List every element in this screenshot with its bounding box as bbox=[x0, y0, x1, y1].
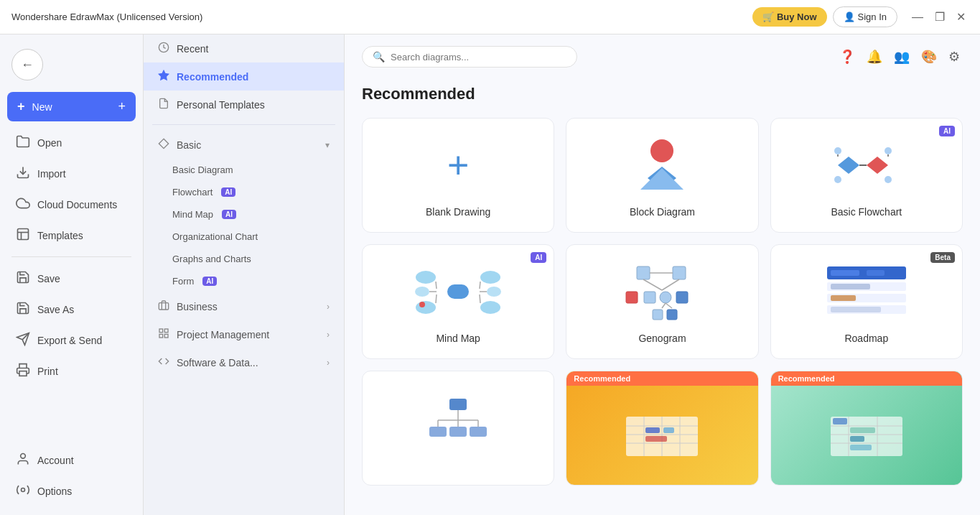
svg-rect-90 bbox=[850, 427, 875, 433]
buy-now-button[interactable]: 🛒 Buy Now bbox=[752, 7, 827, 27]
svg-rect-91 bbox=[850, 436, 864, 442]
svg-rect-13 bbox=[164, 329, 168, 333]
sidebar-item-open[interactable]: Open bbox=[4, 127, 139, 158]
back-button[interactable]: ← bbox=[11, 49, 43, 80]
svg-rect-51 bbox=[653, 310, 663, 320]
svg-point-47 bbox=[660, 292, 671, 303]
sidebar-item-templates[interactable]: Templates bbox=[4, 220, 139, 251]
search-icon: 🔍 bbox=[373, 51, 385, 62]
sub-item-basic-diagram[interactable]: Basic Diagram bbox=[158, 159, 344, 181]
export-icon bbox=[16, 332, 30, 348]
card-roadmap[interactable]: Beta bbox=[770, 244, 963, 359]
search-bar[interactable]: 🔍 bbox=[362, 46, 577, 68]
users-icon[interactable]: 👥 bbox=[891, 46, 913, 68]
card-visual bbox=[377, 259, 539, 324]
star-icon bbox=[158, 70, 169, 83]
sidebar-item-cloud[interactable]: Cloud Documents bbox=[4, 189, 139, 220]
sidebar-item-print[interactable]: Print bbox=[4, 356, 139, 386]
card-rec2[interactable]: Recommended bbox=[770, 371, 963, 486]
notification-icon[interactable]: 🔔 bbox=[864, 46, 885, 68]
sub-item-label: Form bbox=[172, 276, 194, 287]
mid-section-business[interactable]: Business › bbox=[144, 292, 344, 320]
svg-rect-81 bbox=[663, 427, 674, 433]
sidebar-item-options[interactable]: Options bbox=[4, 475, 139, 506]
diamond-icon bbox=[158, 138, 169, 152]
sub-item-orgchart[interactable]: Organizational Chart bbox=[158, 226, 344, 248]
sidebar-item-save[interactable]: Save bbox=[4, 263, 139, 294]
card-mindmap[interactable]: AI bbox=[362, 244, 554, 359]
sub-item-flowchart[interactable]: Flowchart AI bbox=[158, 181, 344, 203]
svg-rect-52 bbox=[667, 310, 677, 320]
cards-grid: + Blank Drawing bbox=[362, 118, 963, 486]
sidebar-item-import[interactable]: Import bbox=[4, 158, 139, 189]
recommended-badge: Recommended bbox=[566, 371, 757, 386]
sub-item-label: Flowchart bbox=[172, 187, 213, 198]
mid-section-software[interactable]: Software & Data... › bbox=[144, 348, 344, 376]
mid-item-label: Personal Templates bbox=[177, 99, 265, 111]
maximize-button[interactable]: ❐ bbox=[932, 10, 948, 24]
svg-rect-45 bbox=[626, 292, 638, 303]
card-flowchart[interactable]: AI bbox=[770, 118, 963, 233]
card-label: Genogram bbox=[638, 333, 686, 344]
svg-line-30 bbox=[436, 282, 437, 289]
svg-rect-92 bbox=[850, 445, 872, 450]
mid-section-basic[interactable]: Basic ▾ bbox=[144, 131, 344, 159]
svg-rect-59 bbox=[831, 284, 870, 289]
saveas-icon bbox=[16, 301, 30, 317]
svg-marker-9 bbox=[159, 70, 168, 80]
toolbar-icons: ❓ 🔔 👥 🎨 ⚙ bbox=[836, 46, 963, 68]
sub-item-graphs[interactable]: Graphs and Charts bbox=[158, 248, 344, 270]
settings-icon[interactable]: ⚙ bbox=[946, 46, 963, 68]
card-blank[interactable]: + Blank Drawing bbox=[362, 118, 554, 233]
card-orgchart2[interactable] bbox=[362, 371, 554, 486]
card-block[interactable]: Block Diagram bbox=[566, 118, 758, 233]
svg-point-37 bbox=[487, 287, 501, 297]
svg-rect-15 bbox=[159, 334, 163, 338]
mid-item-recent[interactable]: Recent bbox=[144, 34, 344, 62]
sub-item-mindmap[interactable]: Mind Map AI bbox=[158, 203, 344, 226]
chevron-right-icon: › bbox=[327, 330, 330, 340]
help-icon[interactable]: ❓ bbox=[836, 46, 858, 68]
search-input[interactable] bbox=[391, 52, 566, 62]
download-icon bbox=[16, 165, 30, 182]
svg-marker-20 bbox=[867, 157, 888, 174]
sidebar-item-new[interactable]: + New + bbox=[7, 92, 136, 121]
svg-rect-12 bbox=[159, 329, 163, 333]
sidebar-item-label: Templates bbox=[37, 230, 83, 241]
mid-section-label: Project Management bbox=[177, 329, 269, 340]
account-icon bbox=[16, 452, 30, 468]
mid-sidebar: Recent Recommended Personal Templates Ba… bbox=[144, 34, 345, 515]
svg-point-23 bbox=[885, 147, 892, 154]
sidebar-item-saveas[interactable]: Save As bbox=[4, 294, 139, 325]
ai-badge: AI bbox=[531, 252, 546, 263]
svg-point-25 bbox=[885, 176, 892, 183]
close-button[interactable]: ✕ bbox=[953, 10, 969, 24]
mid-item-recommended[interactable]: Recommended bbox=[144, 62, 344, 91]
theme-icon[interactable]: 🎨 bbox=[918, 46, 940, 68]
ai-badge: AI bbox=[221, 187, 235, 197]
sidebar-item-account[interactable]: Account bbox=[4, 445, 139, 475]
sub-item-form[interactable]: Form AI bbox=[158, 270, 344, 292]
sign-in-button[interactable]: 👤 Sign In bbox=[833, 6, 897, 27]
minimize-button[interactable]: — bbox=[909, 10, 926, 24]
svg-marker-10 bbox=[159, 139, 168, 148]
app-title: Wondershare EdrawMax (Unlicensed Version… bbox=[11, 11, 202, 22]
card-rec1[interactable]: Recommended bbox=[566, 371, 758, 486]
mid-section-project[interactable]: Project Management › bbox=[144, 320, 344, 348]
sidebar-item-export[interactable]: Export & Send bbox=[4, 325, 139, 356]
svg-point-33 bbox=[416, 301, 436, 314]
mid-item-personal[interactable]: Personal Templates bbox=[144, 91, 344, 119]
mid-item-label: Recent bbox=[177, 43, 208, 55]
sidebar-item-label: Save As bbox=[37, 304, 74, 315]
ai-badge: AI bbox=[202, 277, 217, 286]
mid-item-label: Recommended bbox=[177, 71, 248, 83]
template-icon bbox=[16, 227, 30, 243]
svg-rect-56 bbox=[831, 270, 859, 276]
sidebar-item-label: Open bbox=[37, 137, 62, 149]
svg-rect-64 bbox=[449, 399, 467, 410]
svg-rect-57 bbox=[867, 270, 885, 276]
card-genogram[interactable]: Genogram bbox=[566, 244, 758, 359]
svg-point-31 bbox=[415, 287, 429, 297]
mid-section-label: Business bbox=[177, 301, 218, 312]
card-visual bbox=[581, 133, 743, 198]
